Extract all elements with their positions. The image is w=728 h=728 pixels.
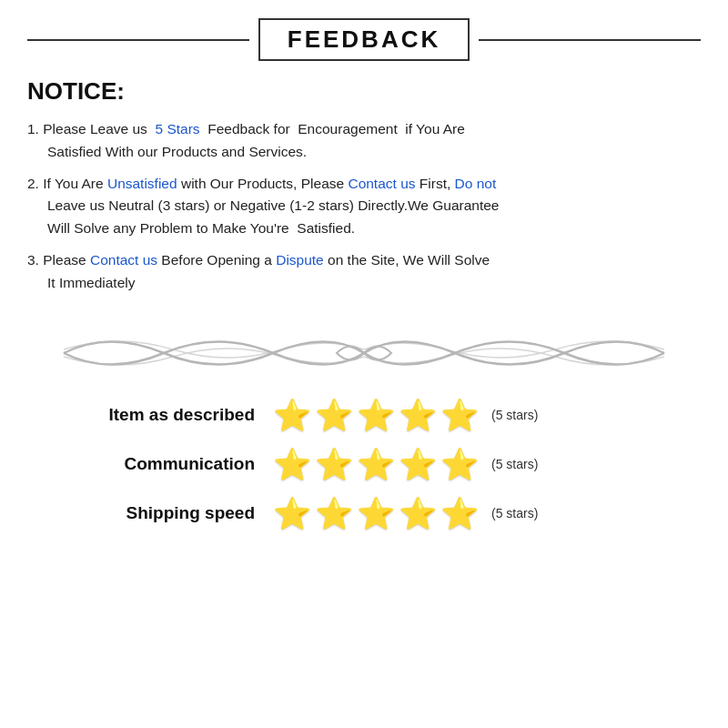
star-5: ⭐ <box>440 397 479 433</box>
notice-item-3: 3. Please Contact us Before Opening a Di… <box>27 249 701 295</box>
star-c1: ⭐ <box>273 446 311 482</box>
star-s3: ⭐ <box>357 495 395 531</box>
notice-2-mid: with Our Products, Please <box>177 176 349 191</box>
notice-2-contact: Contact us <box>348 176 415 191</box>
notice-2-unsatisfied: Unsatisfied <box>107 176 177 191</box>
rating-row-communication: Communication ⭐ ⭐ ⭐ ⭐ ⭐ (5 stars) <box>55 446 701 482</box>
stars-communication: ⭐ ⭐ ⭐ ⭐ ⭐ <box>273 446 479 482</box>
star-c5: ⭐ <box>440 446 479 482</box>
notice-item-2: 2. If You Are Unsatisfied with Our Produ… <box>27 173 701 240</box>
ratings-section: Item as described ⭐ ⭐ ⭐ ⭐ ⭐ (5 stars) Co… <box>27 397 701 531</box>
star-s4: ⭐ <box>399 495 437 531</box>
notice-2-plain: If You Are <box>43 176 107 191</box>
notice-1-plain: Please Leave us <box>43 121 155 136</box>
stars-label-communication: (5 stars) <box>491 457 538 471</box>
notice-2-indent2: Will Solve any Problem to Make You're Sa… <box>27 217 701 240</box>
notice-3-mid: Before Opening a <box>157 252 276 268</box>
notice-3-contact: Contact us <box>90 252 157 268</box>
notice-3-indent: It Immediately <box>27 272 701 295</box>
notice-3-number: 3. <box>27 252 39 268</box>
divider-svg <box>55 326 673 380</box>
star-4: ⭐ <box>399 397 437 433</box>
rating-label-communication: Communication <box>55 454 264 474</box>
notice-2-mid2: First, <box>416 176 455 191</box>
rating-row-shipping: Shipping speed ⭐ ⭐ ⭐ ⭐ ⭐ (5 stars) <box>55 495 701 531</box>
rating-label-item: Item as described <box>55 405 264 425</box>
notice-1-indent: Satisfied With our Products and Services… <box>27 141 701 164</box>
star-c2: ⭐ <box>315 446 353 482</box>
page: FEEDBACK NOTICE: 1. Please Leave us 5 St… <box>0 0 728 728</box>
stars-shipping: ⭐ ⭐ ⭐ ⭐ ⭐ <box>273 495 479 531</box>
notice-3-end: on the Site, We Will Solve <box>324 252 490 268</box>
notice-3-plain: Please <box>43 252 90 268</box>
star-s1: ⭐ <box>273 495 311 531</box>
notice-1-5stars: 5 Stars <box>155 121 199 136</box>
notice-item-1: 1. Please Leave us 5 Stars Feedback for … <box>27 118 701 164</box>
star-s5: ⭐ <box>440 495 479 531</box>
notice-1-mid: Feedback for Encouragement if You Are <box>200 121 465 136</box>
star-c3: ⭐ <box>357 446 395 482</box>
decorative-divider <box>27 326 701 380</box>
feedback-header: FEEDBACK <box>27 18 701 61</box>
stars-label-item: (5 stars) <box>491 408 538 422</box>
rating-row-item: Item as described ⭐ ⭐ ⭐ ⭐ ⭐ (5 stars) <box>55 397 701 433</box>
notice-3-dispute: Dispute <box>276 252 324 268</box>
star-1: ⭐ <box>273 397 311 433</box>
rating-label-shipping: Shipping speed <box>55 503 264 523</box>
star-s2: ⭐ <box>315 495 353 531</box>
stars-item: ⭐ ⭐ ⭐ ⭐ ⭐ <box>273 397 479 433</box>
notice-list: 1. Please Leave us 5 Stars Feedback for … <box>27 118 701 304</box>
star-2: ⭐ <box>315 397 353 433</box>
notice-2-number: 2. <box>27 176 39 191</box>
notice-2-indent: Leave us Neutral (3 stars) or Negative (… <box>27 195 701 217</box>
star-c4: ⭐ <box>399 446 437 482</box>
stars-label-shipping: (5 stars) <box>491 506 538 521</box>
feedback-title: FEEDBACK <box>258 18 470 61</box>
star-3: ⭐ <box>357 397 395 433</box>
notice-title: NOTICE: <box>27 77 125 106</box>
notice-2-donot: Do not <box>455 176 497 191</box>
notice-1-number: 1. <box>27 121 39 136</box>
